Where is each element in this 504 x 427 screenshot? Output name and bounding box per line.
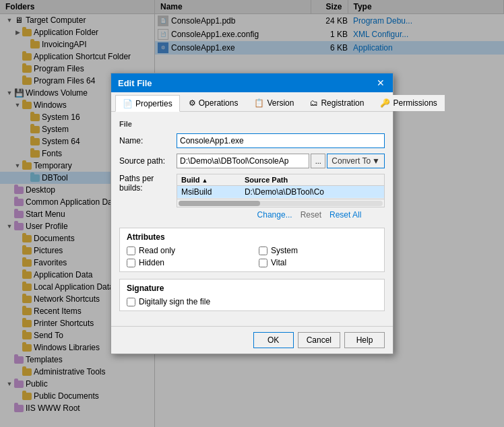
name-row: Name: <box>119 133 385 148</box>
paths-table-wrapper: Build ▲ Source Path M <box>177 174 385 222</box>
vital-row: Vital <box>259 258 377 267</box>
vital-checkbox[interactable] <box>259 259 267 267</box>
modal-overlay: Edit File ✕ 📄 Properties ⚙ Operations 📋 … <box>0 0 504 427</box>
attributes-section: Attributes Read only System Hidden <box>119 228 385 272</box>
system-row: System <box>259 246 377 255</box>
name-input[interactable] <box>177 133 385 148</box>
file-section-label: File <box>119 120 385 128</box>
registration-tab-icon: 🗂 <box>310 98 318 108</box>
ok-button[interactable]: OK <box>253 332 294 348</box>
version-tab-icon: 📋 <box>254 98 264 108</box>
paths-actions: Change... Reset Reset All <box>177 207 385 222</box>
permissions-tab-label: Permissions <box>393 98 437 108</box>
paths-per-builds-row: Paths per builds: Build ▲ <box>119 174 385 222</box>
scrollbar-thumb <box>179 201 260 206</box>
source-path-input[interactable] <box>177 154 309 168</box>
hidden-label: Hidden <box>139 258 164 267</box>
source-path-label: Source path: <box>119 156 177 166</box>
cancel-button[interactable]: Cancel <box>298 332 340 348</box>
name-label: Name: <box>119 136 177 145</box>
reset-all-link[interactable]: Reset All <box>329 210 361 220</box>
source-path-col-header[interactable]: Source Path <box>241 174 384 186</box>
dropdown-arrow-icon: ▼ <box>372 156 380 166</box>
modal-footer: OK Cancel Help <box>111 326 393 354</box>
source-path-row: Source path: ... Convert To ▼ <box>119 154 385 168</box>
reset-link[interactable]: Reset <box>301 210 321 220</box>
hidden-row: Hidden <box>127 258 245 267</box>
hidden-checkbox[interactable] <box>127 259 135 267</box>
convert-to-label: Convert To <box>332 156 371 166</box>
registration-tab-label: Registration <box>321 98 364 108</box>
properties-tab-label: Properties <box>135 99 172 108</box>
paths-table: Build ▲ Source Path M <box>177 174 384 199</box>
tabs-container: 📄 Properties ⚙ Operations 📋 Version 🗂 Re… <box>111 92 393 112</box>
tab-permissions[interactable]: 🔑 Permissions <box>373 95 444 111</box>
modal-titlebar: Edit File ✕ <box>111 73 393 92</box>
change-link[interactable]: Change... <box>257 210 292 220</box>
readonly-row: Read only <box>127 246 245 255</box>
version-tab-label: Version <box>267 98 294 108</box>
attributes-grid: Read only System Hidden Vital <box>127 246 377 267</box>
convert-to-button[interactable]: Convert To ▼ <box>327 154 385 168</box>
permissions-tab-icon: 🔑 <box>380 98 390 108</box>
modal-title: Edit File <box>118 78 152 88</box>
build-cell: MsiBuild <box>177 186 241 199</box>
browse-button[interactable]: ... <box>311 154 325 168</box>
paths-per-builds-label: Paths per builds: <box>119 174 177 193</box>
sort-arrow-icon: ▲ <box>202 177 208 184</box>
readonly-checkbox[interactable] <box>127 247 135 255</box>
paths-table-container: Build ▲ Source Path M <box>177 174 385 207</box>
modal-content: File Name: Source path: ... Convert To ▼ <box>111 112 393 326</box>
digitally-sign-checkbox[interactable] <box>127 298 135 306</box>
properties-tab-icon: 📄 <box>123 99 133 108</box>
table-row[interactable]: MsiBuild D:\Demo\a\DBTool\Co <box>177 186 384 199</box>
signature-label: Signature <box>127 284 377 293</box>
readonly-label: Read only <box>139 246 175 255</box>
attributes-label: Attributes <box>127 232 377 242</box>
operations-tab-icon: ⚙ <box>189 98 196 108</box>
system-checkbox[interactable] <box>259 247 267 255</box>
digitally-sign-row: Digitally sign the file <box>127 297 377 306</box>
close-button[interactable]: ✕ <box>375 77 386 88</box>
system-label: System <box>271 246 298 255</box>
tab-version[interactable]: 📋 Version <box>247 95 301 111</box>
tab-properties[interactable]: 📄 Properties <box>115 95 180 112</box>
signature-section: Signature Digitally sign the file <box>119 279 385 311</box>
tab-operations[interactable]: ⚙ Operations <box>181 95 246 111</box>
horizontal-scrollbar[interactable] <box>177 199 384 207</box>
vital-label: Vital <box>271 258 286 267</box>
edit-file-dialog: Edit File ✕ 📄 Properties ⚙ Operations 📋 … <box>111 73 393 354</box>
build-col-header[interactable]: Build ▲ <box>177 174 241 186</box>
help-button[interactable]: Help <box>344 332 385 348</box>
source-path-container: ... Convert To ▼ <box>177 154 385 168</box>
tab-registration[interactable]: 🗂 Registration <box>303 95 371 111</box>
operations-tab-label: Operations <box>199 98 239 108</box>
source-path-cell: D:\Demo\a\DBTool\Co <box>241 186 384 199</box>
scrollbar-track <box>179 201 383 206</box>
digitally-sign-label: Digitally sign the file <box>139 297 210 306</box>
